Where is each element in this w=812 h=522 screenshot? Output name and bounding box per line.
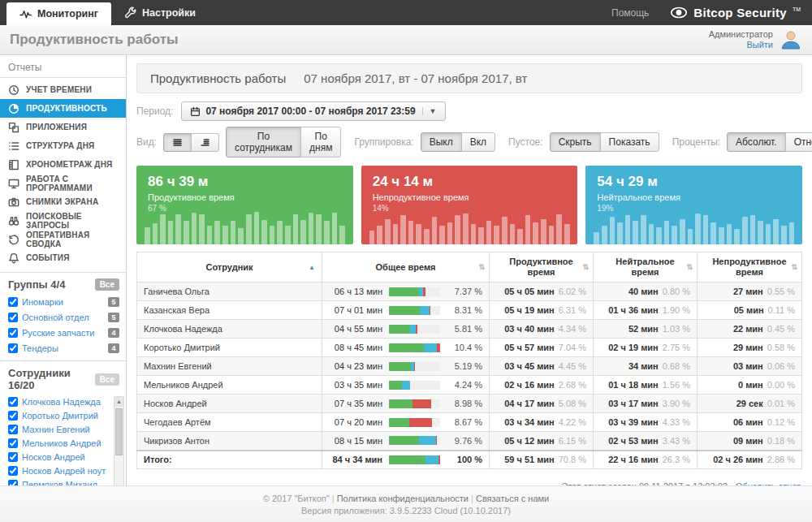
history-icon [8,234,19,245]
group-checkbox[interactable] [8,313,18,322]
refresh-report-link[interactable]: Обновить отчет [736,481,801,485]
employee-label[interactable]: Носков Андрей [22,452,108,462]
sidebar-report-item[interactable]: РАБОТА С ПРОГРАММАМИ [0,174,126,192]
employee-checkbox[interactable] [8,452,18,462]
table-row[interactable]: Чегодаев Артём 07 ч 20 мин 8.67 % 03 ч 3… [137,413,802,432]
col-neutral-time[interactable]: Нейтральное время⇅ [594,252,698,283]
grouping-on-button[interactable]: Вкл [461,132,495,152]
list-icon [172,137,183,148]
groups-section: Группы 4/4 Все Иномарки 5 Основной отдел… [0,272,126,356]
sidebar-report-item[interactable]: ОПЕРАТИВНАЯ СВОДКА [0,230,126,248]
sort-icon[interactable]: ⇅ [686,262,693,273]
col-total-time[interactable]: Общее время⇅ [322,252,490,283]
empty-label: Пустое: [508,136,543,148]
employee-checkbox[interactable] [8,425,18,434]
employee-checkbox[interactable] [8,466,18,476]
table-row[interactable]: Чикризов Антон 08 ч 15 мин 9.76 % 05 ч 1… [137,432,802,451]
report-created-text: Этот отчет создан 09.11.2017 в 13:03:02 … [562,481,733,485]
group-checkbox[interactable] [8,297,18,307]
employees-all-button[interactable]: Все [95,373,119,386]
table-row[interactable]: Махнин Евгений 04 ч 23 мин 5.19 % 03 ч 4… [137,357,802,376]
scrollbar-thumb[interactable] [115,408,123,455]
table-row[interactable]: Коротько Дмитрий 08 ч 45 мин 10.4 % 05 ч… [137,339,802,357]
sidebar-report-item[interactable]: ПРИЛОЖЕНИЯ [0,118,126,136]
employee-label[interactable]: Носков Андрей ноут [22,466,108,476]
eye-icon [670,6,688,19]
employee-scrollbar[interactable]: ▲ ▼ [114,396,124,485]
sidebar-report-item[interactable]: СОБЫТИЯ [0,248,126,267]
employee-checkbox[interactable] [8,438,18,448]
sidebar-report-item[interactable]: СТРУКТУРА ДНЯ [0,136,126,155]
calendar-icon [190,106,201,117]
table-row[interactable]: Клочкова Надежда 04 ч 55 мин 5.81 % 03 ч… [137,320,802,339]
brand-logo: Bitcop Security TM [670,6,801,19]
sort-icon[interactable]: ⇅ [791,262,797,273]
table-row[interactable]: Носков Андрей 07 ч 35 мин 8.98 % 04 ч 17… [137,395,802,413]
privacy-link[interactable]: Политика конфиденциальности [337,494,469,503]
table-row[interactable]: Казанская Вера 07 ч 01 мин 8.31 % 05 ч 1… [137,301,802,320]
col-productive-time[interactable]: Продуктивное время⇅ [490,252,594,283]
employee-label[interactable]: Клочкова Надежда [22,397,108,407]
employee-label[interactable]: Пермяков Михаил [22,480,108,486]
total-time: 84 ч 34 мин [329,455,382,464]
card-percent: 19% [597,204,791,213]
neutral-cell: 01 ч 36 мин1.90 % [594,301,698,320]
employee-checkbox[interactable] [8,480,18,486]
main-tab[interactable]: Мониторинг [6,2,111,25]
empty-show-button[interactable]: Показать [600,132,659,152]
employee-label[interactable]: Мельников Андрей [22,438,108,448]
total-time: 04 ч 55 мин [329,324,382,334]
sidebar-report-item[interactable]: УЧЕТ ВРЕМЕНИ [0,80,126,99]
percent-absolute-button[interactable]: Абсолют. [727,132,786,152]
group-label[interactable]: Тендеры [22,343,104,353]
by-employees-button[interactable]: По сотрудникам [226,127,301,157]
logout-link[interactable]: Выйти [709,40,773,50]
groups-all-button[interactable]: Все [95,278,119,291]
view-list-button[interactable] [163,133,192,152]
employee-name: Клочкова Надежда [137,320,322,339]
group-checkbox[interactable] [8,328,18,338]
total-percent: 5.81 % [447,324,482,334]
contact-link[interactable]: Связаться с нами [476,494,549,503]
employee-checkbox[interactable] [8,411,18,421]
group-checkbox[interactable] [8,343,18,353]
by-days-button[interactable]: По дням [300,127,341,157]
main-tab[interactable]: Настройки [111,0,209,25]
employee-label[interactable]: Махнин Евгений [22,425,108,434]
sort-asc-icon[interactable]: ▲ [309,262,315,273]
groups-header: Группы 4/4 [8,278,65,291]
group-label[interactable]: Русские запчасти [22,328,104,338]
col-employee[interactable]: Сотрудник▲ [137,252,322,283]
group-label[interactable]: Иномарки [22,297,104,307]
employee-row: Коротько Дмитрий [0,408,114,422]
table-row[interactable]: Ганичева Ольга 06 ч 13 мин 7.37 % 05 ч 0… [137,283,802,301]
percent-relative-button[interactable]: Относит. [785,132,812,152]
sidebar-report-item[interactable]: ПРОДУКТИВНОСТЬ [0,99,126,118]
view-tree-button[interactable] [191,133,219,152]
productivity-table: Сотрудник▲ Общее время⇅ Продуктивное вре… [136,252,802,469]
employee-name: Мельников Андрей [137,376,322,395]
help-link[interactable]: Помощь [611,7,649,19]
group-label[interactable]: Основной отдел [22,313,104,322]
employee-row: Клочкова Надежда [0,395,114,408]
filter-toolbar: Вид: По сотрудникам По дням Группировка:… [136,127,802,157]
sort-icon[interactable]: ⇅ [582,262,589,273]
sidebar-report-item[interactable]: ПОИСКОВЫЕ ЗАПРОСЫ [0,211,126,230]
period-selector[interactable]: 07 ноября 2017 00:00 - 07 ноября 2017 23… [181,101,445,121]
time-bar [389,362,440,371]
grouping-off-button[interactable]: Выкл [421,132,462,152]
report-note: Этот отчет создан 09.11.2017 в 13:03:02 … [136,480,802,485]
empty-hide-button[interactable]: Скрыть [550,132,601,152]
employee-checkbox[interactable] [8,397,18,407]
avatar[interactable] [780,28,802,51]
scroll-up-icon[interactable]: ▲ [114,397,123,407]
col-unproductive-time[interactable]: Непродуктивное время⇅ [698,252,802,283]
sparkline-chart [369,210,570,244]
total-time-cell: 04 ч 23 мин 5.19 % [322,357,490,376]
employee-label[interactable]: Коротько Дмитрий [22,411,108,421]
table-row[interactable]: Мельников Андрей 03 ч 35 мин 4.24 % 02 ч… [137,376,802,395]
sort-icon[interactable]: ⇅ [478,262,485,273]
sidebar-report-item[interactable]: СНИМКИ ЭКРАНА [0,192,126,211]
sidebar-report-item[interactable]: ХРОНОМЕТРАЖ ДНЯ [0,155,126,174]
sidebar-item-label: РАБОТА С ПРОГРАММАМИ [26,175,118,192]
